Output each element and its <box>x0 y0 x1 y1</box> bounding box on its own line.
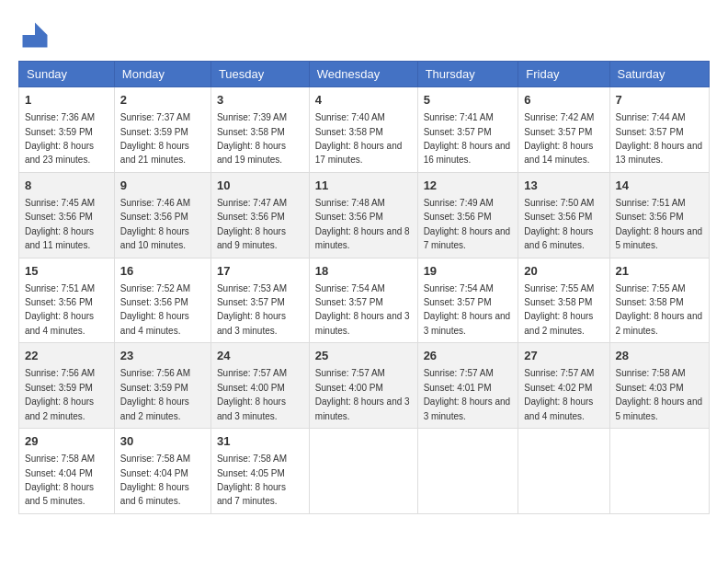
day-number: 26 <box>424 348 513 364</box>
weekday-header-monday: Monday <box>114 62 210 87</box>
day-number: 13 <box>524 178 603 194</box>
sunrise-info: Sunrise: 7:36 AM <box>25 112 95 122</box>
calendar-cell: 3Sunrise: 7:39 AMSunset: 3:58 PMDaylight… <box>210 87 309 173</box>
daylight-info: Daylight: 8 hours and 9 minutes. <box>217 226 286 250</box>
logo <box>18 18 55 52</box>
sunset-info: Sunset: 4:02 PM <box>524 383 592 393</box>
sunset-info: Sunset: 3:56 PM <box>25 212 93 222</box>
daylight-info: Daylight: 8 hours and 4 minutes. <box>524 396 593 420</box>
calendar-cell: 5Sunrise: 7:41 AMSunset: 3:57 PMDaylight… <box>417 87 518 173</box>
day-number: 27 <box>524 348 603 364</box>
sunset-info: Sunset: 3:56 PM <box>120 212 188 222</box>
calendar-cell: 12Sunrise: 7:49 AMSunset: 3:56 PMDayligh… <box>417 172 518 258</box>
weekday-header-tuesday: Tuesday <box>210 62 309 87</box>
daylight-info: Daylight: 8 hours and 3 minutes. <box>315 311 410 335</box>
weekday-header-thursday: Thursday <box>417 62 518 87</box>
daylight-info: Daylight: 8 hours and 7 minutes. <box>217 482 286 506</box>
daylight-info: Daylight: 8 hours and 7 minutes. <box>424 226 511 250</box>
daylight-info: Daylight: 8 hours and 21 minutes. <box>120 141 189 165</box>
sunrise-info: Sunrise: 7:47 AM <box>217 198 287 208</box>
day-number: 10 <box>217 178 303 194</box>
sunset-info: Sunset: 3:58 PM <box>524 297 592 307</box>
day-number: 30 <box>120 433 205 450</box>
day-number: 3 <box>217 92 303 109</box>
calendar-table: SundayMondayTuesdayWednesdayThursdayFrid… <box>18 61 710 514</box>
calendar-cell: 14Sunrise: 7:51 AMSunset: 3:56 PMDayligh… <box>609 172 709 258</box>
day-number: 22 <box>25 348 108 364</box>
calendar-cell <box>417 429 518 514</box>
daylight-info: Daylight: 8 hours and 11 minutes. <box>25 226 94 250</box>
daylight-info: Daylight: 8 hours and 19 minutes. <box>217 141 286 165</box>
calendar-header: SundayMondayTuesdayWednesdayThursdayFrid… <box>19 62 710 87</box>
sunset-info: Sunset: 3:59 PM <box>120 383 188 393</box>
sunset-info: Sunset: 3:56 PM <box>616 212 684 222</box>
calendar-cell: 8Sunrise: 7:45 AMSunset: 3:56 PMDaylight… <box>19 172 115 258</box>
day-number: 17 <box>217 263 303 280</box>
calendar-cell: 2Sunrise: 7:37 AMSunset: 3:59 PMDaylight… <box>114 87 210 173</box>
day-number: 21 <box>616 263 703 280</box>
calendar-cell: 25Sunrise: 7:57 AMSunset: 4:00 PMDayligh… <box>309 343 417 429</box>
calendar-week-3: 15Sunrise: 7:51 AMSunset: 3:56 PMDayligh… <box>19 258 710 343</box>
sunrise-info: Sunrise: 7:52 AM <box>120 283 190 293</box>
sunset-info: Sunset: 4:04 PM <box>25 468 93 478</box>
sunrise-info: Sunrise: 7:55 AM <box>524 283 594 293</box>
calendar-cell: 6Sunrise: 7:42 AMSunset: 3:57 PMDaylight… <box>518 87 609 173</box>
sunset-info: Sunset: 4:03 PM <box>616 383 684 393</box>
svg-marker-3 <box>23 35 36 48</box>
day-number: 16 <box>120 263 205 280</box>
day-number: 19 <box>424 263 513 280</box>
sunrise-info: Sunrise: 7:58 AM <box>616 368 686 378</box>
day-number: 1 <box>25 92 108 109</box>
sunrise-info: Sunrise: 7:57 AM <box>217 368 287 378</box>
daylight-info: Daylight: 8 hours and 3 minutes. <box>424 396 511 420</box>
calendar-cell <box>609 429 709 514</box>
daylight-info: Daylight: 8 hours and 16 minutes. <box>424 141 511 165</box>
sunset-info: Sunset: 3:57 PM <box>217 297 285 307</box>
sunrise-info: Sunrise: 7:58 AM <box>217 454 287 464</box>
daylight-info: Daylight: 8 hours and 4 minutes. <box>120 311 189 335</box>
calendar-cell: 19Sunrise: 7:54 AMSunset: 3:57 PMDayligh… <box>417 258 518 343</box>
calendar-cell: 11Sunrise: 7:48 AMSunset: 3:56 PMDayligh… <box>309 172 417 258</box>
day-number: 29 <box>25 433 108 450</box>
day-number: 23 <box>120 348 205 364</box>
sunrise-info: Sunrise: 7:55 AM <box>616 283 686 293</box>
sunset-info: Sunset: 3:59 PM <box>120 127 188 137</box>
calendar-cell: 15Sunrise: 7:51 AMSunset: 3:56 PMDayligh… <box>19 258 115 343</box>
weekday-row: SundayMondayTuesdayWednesdayThursdayFrid… <box>19 62 710 87</box>
sunrise-info: Sunrise: 7:58 AM <box>120 454 190 464</box>
sunset-info: Sunset: 3:59 PM <box>25 127 93 137</box>
daylight-info: Daylight: 8 hours and 5 minutes. <box>616 226 703 250</box>
logo-icon <box>18 18 51 52</box>
sunset-info: Sunset: 3:57 PM <box>424 297 492 307</box>
day-number: 20 <box>524 263 603 280</box>
calendar-cell: 24Sunrise: 7:57 AMSunset: 4:00 PMDayligh… <box>210 343 309 429</box>
sunset-info: Sunset: 4:05 PM <box>217 468 285 478</box>
sunrise-info: Sunrise: 7:48 AM <box>315 198 385 208</box>
calendar-cell: 9Sunrise: 7:46 AMSunset: 3:56 PMDaylight… <box>114 172 210 258</box>
sunset-info: Sunset: 3:57 PM <box>616 127 684 137</box>
calendar-cell: 4Sunrise: 7:40 AMSunset: 3:58 PMDaylight… <box>309 87 417 173</box>
calendar-cell: 17Sunrise: 7:53 AMSunset: 3:57 PMDayligh… <box>210 258 309 343</box>
calendar-body: 1Sunrise: 7:36 AMSunset: 3:59 PMDaylight… <box>19 87 710 514</box>
sunrise-info: Sunrise: 7:41 AM <box>424 112 494 122</box>
daylight-info: Daylight: 8 hours and 2 minutes. <box>616 311 703 335</box>
sunrise-info: Sunrise: 7:54 AM <box>424 283 494 293</box>
calendar-week-1: 1Sunrise: 7:36 AMSunset: 3:59 PMDaylight… <box>19 87 710 173</box>
sunset-info: Sunset: 3:57 PM <box>424 127 492 137</box>
day-number: 25 <box>315 348 412 364</box>
calendar-cell: 20Sunrise: 7:55 AMSunset: 3:58 PMDayligh… <box>518 258 609 343</box>
svg-marker-2 <box>35 35 48 48</box>
sunrise-info: Sunrise: 7:57 AM <box>315 368 385 378</box>
calendar-cell: 28Sunrise: 7:58 AMSunset: 4:03 PMDayligh… <box>609 343 709 429</box>
day-number: 8 <box>25 178 108 194</box>
sunset-info: Sunset: 3:59 PM <box>25 383 93 393</box>
daylight-info: Daylight: 8 hours and 6 minutes. <box>524 226 593 250</box>
daylight-info: Daylight: 8 hours and 8 minutes. <box>315 226 410 250</box>
day-number: 5 <box>424 92 513 109</box>
daylight-info: Daylight: 8 hours and 5 minutes. <box>25 482 94 506</box>
calendar-cell: 10Sunrise: 7:47 AMSunset: 3:56 PMDayligh… <box>210 172 309 258</box>
calendar-cell: 16Sunrise: 7:52 AMSunset: 3:56 PMDayligh… <box>114 258 210 343</box>
sunrise-info: Sunrise: 7:46 AM <box>120 198 190 208</box>
sunset-info: Sunset: 3:58 PM <box>616 297 684 307</box>
daylight-info: Daylight: 8 hours and 2 minutes. <box>524 311 593 335</box>
